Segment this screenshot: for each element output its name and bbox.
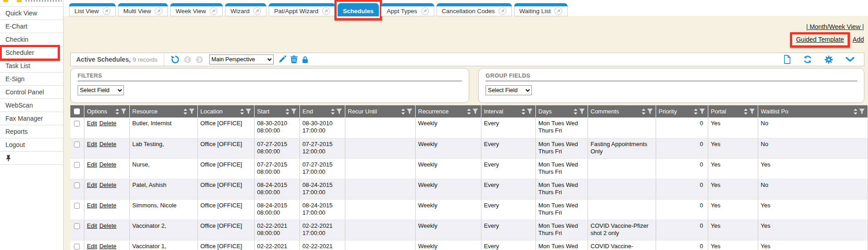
perspective-select[interactable]: Main Perspective (209, 54, 274, 64)
sort-icon[interactable] (642, 108, 646, 115)
filter-funnel-icon[interactable] (121, 108, 127, 114)
delete-link[interactable]: Delete (99, 181, 117, 188)
tab-waiting-list[interactable]: Waiting List (514, 3, 568, 16)
column-header-waitlist-po: Waitlist Po (758, 105, 868, 118)
open-in-new-icon[interactable] (421, 7, 429, 15)
group-fields-field-select[interactable]: Select Field (485, 85, 532, 95)
filter-funnel-icon[interactable] (336, 108, 342, 114)
sort-icon[interactable] (744, 108, 748, 115)
filter-funnel-icon[interactable] (579, 108, 585, 114)
filter-funnel-icon[interactable] (472, 108, 478, 114)
sort-icon[interactable] (694, 108, 698, 115)
cell-end: 02-22-2021 17:00:00 (299, 240, 345, 250)
sort-icon[interactable] (240, 108, 244, 115)
row-checkbox[interactable] (74, 182, 80, 188)
open-in-new-icon[interactable] (103, 7, 110, 15)
edit-link[interactable]: Edit (87, 222, 97, 229)
cell-start: 02-22-2021 08:00:00 (254, 220, 299, 240)
add-link[interactable]: Add (853, 36, 864, 43)
select-all-checkbox-cell (70, 105, 84, 118)
sidebar-item-e-sign[interactable]: E-Sign (0, 73, 63, 86)
delete-link[interactable]: Delete (99, 222, 117, 229)
filter-funnel-icon[interactable] (407, 108, 412, 114)
sidebar-item-checkin[interactable]: Checkin (0, 33, 63, 46)
sidebar-item-webscan[interactable]: WebScan (0, 99, 63, 112)
filter-funnel-icon[interactable] (647, 108, 653, 114)
edit-link[interactable]: Edit (87, 243, 97, 250)
sidebar-item-scheduler[interactable]: Scheduler (0, 46, 63, 59)
sidebar-item-task-list[interactable]: Task List (0, 59, 63, 73)
open-in-new-icon[interactable] (322, 7, 330, 15)
open-in-new-icon[interactable] (499, 7, 506, 15)
sort-icon[interactable] (574, 108, 578, 115)
delete-link[interactable]: Delete (99, 243, 117, 250)
delete-link[interactable]: Delete (99, 161, 117, 168)
delete-link[interactable]: Delete (99, 141, 117, 147)
month-week-view-link[interactable]: | Month/Week View | (806, 23, 864, 30)
sidebar-item-logout[interactable]: Logout (0, 138, 63, 152)
delete-link[interactable]: Delete (99, 120, 117, 127)
tab-schedules[interactable]: Schedules (338, 3, 379, 16)
open-in-new-icon[interactable] (253, 7, 261, 15)
sidebar-item-e-chart[interactable]: E-Chart (0, 20, 63, 33)
guided-template-link[interactable]: Guided Template (796, 36, 844, 43)
sidebar-item-label: Scheduler (5, 49, 34, 56)
row-checkbox[interactable] (74, 244, 80, 250)
sort-icon[interactable] (521, 108, 525, 115)
filters-field-select[interactable]: Select Field (78, 85, 124, 95)
delete-trash-icon[interactable] (290, 55, 298, 64)
sidebar-pin-button[interactable] (0, 152, 63, 165)
next-icon[interactable] (196, 56, 203, 64)
sort-icon[interactable] (853, 108, 858, 115)
sort-icon[interactable] (183, 108, 187, 115)
sort-icon[interactable] (331, 108, 335, 115)
open-in-new-icon[interactable] (210, 7, 217, 15)
tab-cancellation-codes[interactable]: Cancellation Codes (436, 3, 512, 16)
filter-funnel-icon[interactable] (189, 108, 195, 114)
row-checkbox[interactable] (74, 142, 80, 147)
tab-week-view[interactable]: Week View (170, 3, 223, 16)
tab-multi-view[interactable]: Multi View (118, 3, 168, 16)
tab-appt-types[interactable]: Appt Types (381, 3, 434, 16)
cell-portal: Yes (708, 199, 758, 220)
tab-wizard[interactable]: Wizard (225, 3, 266, 16)
refresh-icon[interactable] (803, 55, 812, 64)
new-document-icon[interactable] (784, 55, 791, 64)
filter-funnel-icon[interactable] (245, 108, 251, 114)
open-in-new-icon[interactable] (554, 7, 562, 15)
filter-funnel-icon[interactable] (699, 108, 705, 114)
row-checkbox[interactable] (74, 223, 80, 229)
edit-pencil-icon[interactable] (278, 55, 286, 64)
filter-funnel-icon[interactable] (749, 108, 755, 114)
sort-icon[interactable] (401, 108, 405, 115)
tab-list-view[interactable]: List View (69, 3, 116, 16)
sidebar-item-quick-view[interactable]: Quick View (0, 7, 63, 20)
settings-gear-icon[interactable] (824, 55, 833, 64)
sidebar-item-control-panel[interactable]: Control Panel (0, 86, 63, 99)
sidebar-item-reports[interactable]: Reports (0, 125, 63, 138)
edit-link[interactable]: Edit (87, 181, 97, 188)
filter-funnel-icon[interactable] (527, 108, 533, 114)
open-in-new-icon[interactable] (155, 7, 162, 15)
collapse-chevron-icon[interactable] (845, 57, 855, 62)
edit-link[interactable]: Edit (87, 202, 97, 209)
filter-funnel-icon[interactable] (859, 108, 865, 114)
row-checkbox[interactable] (74, 162, 80, 168)
row-checkbox[interactable] (74, 121, 80, 127)
undo-icon[interactable] (171, 55, 180, 64)
delete-link[interactable]: Delete (99, 202, 117, 209)
sidebar-item-fax-manager[interactable]: Fax Manager (0, 112, 63, 125)
select-all-checkbox[interactable] (74, 108, 80, 114)
tab-pat-appt-wizard[interactable]: Pat/Appt Wizard (269, 3, 335, 16)
previous-icon[interactable] (184, 56, 191, 64)
edit-link[interactable]: Edit (87, 161, 97, 168)
edit-link[interactable]: Edit (87, 141, 97, 147)
sort-icon[interactable] (285, 108, 289, 115)
sort-icon[interactable] (467, 108, 471, 115)
edit-link[interactable]: Edit (87, 120, 97, 127)
row-checkbox[interactable] (74, 203, 80, 209)
cell-waitlist: Yes (758, 158, 868, 179)
sort-icon[interactable] (115, 108, 119, 115)
lock-icon[interactable] (302, 56, 309, 64)
filter-funnel-icon[interactable] (291, 108, 297, 114)
